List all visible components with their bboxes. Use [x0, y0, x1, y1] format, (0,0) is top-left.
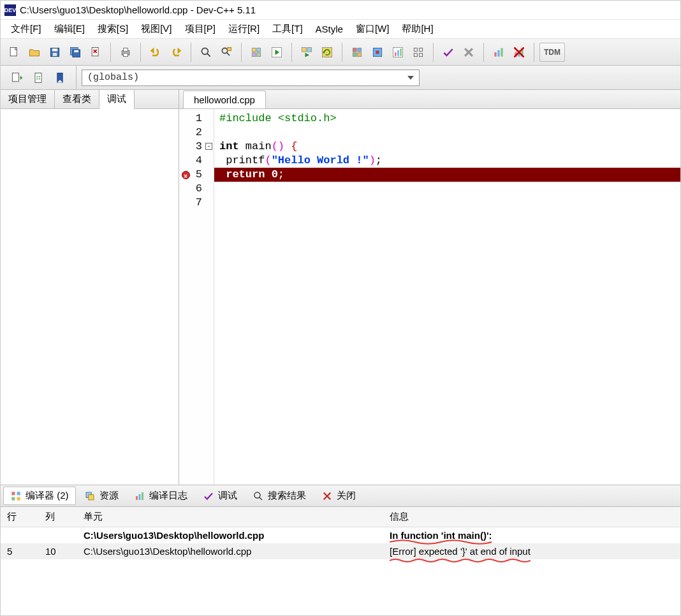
grid-icon	[10, 490, 22, 502]
menu-run[interactable]: 运行[R]	[222, 20, 266, 38]
menu-tools[interactable]: 工具[T]	[266, 20, 309, 38]
undo-button[interactable]	[146, 43, 165, 62]
menu-file[interactable]: 文件[F]	[4, 20, 48, 38]
run-button[interactable]	[267, 43, 286, 62]
col-msg[interactable]: 信息	[383, 507, 680, 527]
new-file-button[interactable]	[4, 43, 24, 62]
menu-edit[interactable]: 编辑[E]	[48, 20, 91, 38]
svg-rect-39	[397, 50, 399, 55]
code-editor[interactable]: 123-4567 #include <stdio.h>int main() { …	[179, 109, 680, 485]
bookmark-button[interactable]	[50, 68, 70, 87]
bottom-tab-close[interactable]: 关闭	[314, 487, 363, 505]
svg-rect-38	[395, 52, 397, 56]
rebuild-button[interactable]	[318, 43, 337, 62]
gutter-line[interactable]: 6	[179, 182, 214, 196]
svg-rect-71	[142, 492, 143, 500]
replace-button[interactable]	[217, 43, 236, 62]
col-line[interactable]: 行	[1, 507, 39, 527]
cell-msg: [Error] expected '}' at end of input	[383, 543, 680, 559]
col-col[interactable]: 列	[39, 507, 77, 527]
menu-astyle[interactable]: AStyle	[309, 21, 349, 37]
bottom-tab-log[interactable]: 编译日志	[127, 487, 194, 505]
menu-project[interactable]: 项目[P]	[179, 20, 222, 38]
toolbar-separator	[291, 43, 292, 62]
cell-line	[1, 527, 39, 544]
file-tab-active[interactable]: helloworld.cpp	[183, 91, 266, 108]
menu-search[interactable]: 搜索[S]	[91, 20, 135, 38]
scope-selector[interactable]: (globals)	[82, 70, 420, 86]
bottom-tab-resource[interactable]: 资源	[77, 487, 126, 505]
svg-rect-34	[358, 52, 362, 56]
tab-classes[interactable]: 查看类	[55, 90, 99, 108]
menu-help[interactable]: 帮助[H]	[395, 20, 439, 38]
breakpoint-icon[interactable]	[182, 171, 190, 179]
gutter-line[interactable]: 2	[179, 126, 214, 140]
table-row[interactable]: C:\Users\guo13\Desktop\helloworld.cppIn …	[1, 527, 680, 544]
compile-button[interactable]	[247, 43, 266, 62]
gutter-line[interactable]: 1	[179, 112, 214, 126]
code-line[interactable]	[219, 182, 680, 196]
code-line[interactable]	[219, 196, 680, 210]
redo-button[interactable]	[166, 43, 186, 62]
svg-rect-69	[136, 496, 138, 500]
copy-icon	[84, 490, 96, 502]
bottom-tab-debug[interactable]: 调试	[196, 487, 244, 505]
print-button[interactable]	[116, 43, 135, 62]
delete-chart-button[interactable]	[509, 43, 529, 62]
gutter-line[interactable]: 5	[179, 168, 214, 182]
cell-col	[39, 527, 77, 544]
stop-debug-button[interactable]	[368, 43, 387, 62]
svg-rect-11	[124, 48, 128, 51]
table-header-row: 行 列 单元 信息	[1, 507, 680, 527]
close-file-button[interactable]	[86, 43, 105, 62]
menu-view[interactable]: 视图[V]	[135, 20, 178, 38]
goto-button[interactable]	[7, 68, 26, 87]
gutter-line[interactable]: 4	[179, 154, 214, 168]
syntax-check-button[interactable]	[439, 43, 458, 62]
bottom-tab-label: 编译日志	[149, 490, 187, 502]
chart-button[interactable]	[489, 43, 508, 62]
debug-button[interactable]	[348, 43, 367, 62]
code-line[interactable]: printf("Hello World !");	[219, 154, 680, 168]
tab-debug[interactable]: 调试	[99, 90, 135, 109]
col-unit[interactable]: 单元	[77, 507, 383, 527]
gutter[interactable]: 123-4567	[179, 109, 214, 485]
cell-unit: C:\Users\guo13\Desktop\helloworld.cpp	[77, 527, 383, 544]
svg-rect-12	[124, 53, 128, 56]
gutter-line[interactable]: 7	[179, 196, 214, 210]
fold-toggle-icon[interactable]: -	[205, 143, 212, 150]
clear-button[interactable]	[459, 43, 478, 62]
profile-button[interactable]	[388, 43, 407, 62]
save-all-button[interactable]	[66, 43, 85, 62]
scope-selector-value: (globals)	[87, 72, 139, 83]
svg-rect-21	[257, 48, 261, 52]
svg-rect-26	[302, 47, 307, 52]
code-line[interactable]	[219, 126, 680, 140]
bottom-tab-compiler[interactable]: 编译器 (2)	[3, 487, 76, 505]
compiler-select-button[interactable]: TDM	[539, 43, 565, 62]
svg-rect-63	[11, 492, 15, 495]
compile-run-button[interactable]	[297, 43, 316, 62]
code-line[interactable]: #include <stdio.h>	[219, 112, 680, 126]
main-toolbar: TDM	[1, 39, 680, 66]
title-bar: DEV C:\Users\guo13\Desktop\helloworld.cp…	[1, 1, 680, 20]
compiler-output-table[interactable]: 行 列 单元 信息 C:\Users\guo13\Desktop\hellowo…	[1, 507, 680, 559]
code-line[interactable]: return 0;	[214, 168, 680, 182]
bottom-tab-search[interactable]: 搜索结果	[245, 487, 313, 505]
svg-marker-28	[305, 52, 310, 57]
cell-unit: C:\Users\guo13\Desktop\helloworld.cpp	[77, 543, 383, 559]
gutter-line[interactable]: 3-	[179, 140, 214, 154]
add-bookmark-button[interactable]	[29, 68, 48, 87]
code-line[interactable]: int main() {	[219, 140, 680, 154]
open-file-button[interactable]	[25, 43, 44, 62]
tab-project[interactable]: 项目管理	[1, 90, 55, 108]
table-row[interactable]: 510C:\Users\guo13\Desktop\helloworld.cpp…	[1, 543, 680, 559]
toolbar-separator	[241, 43, 242, 62]
menu-window[interactable]: 窗口[W]	[349, 20, 396, 38]
code-body[interactable]: #include <stdio.h>int main() { printf("H…	[214, 109, 680, 485]
bar-chart-icon	[134, 490, 145, 502]
find-button[interactable]	[196, 43, 216, 62]
project-options-button[interactable]	[409, 43, 428, 62]
side-tabs: 项目管理 查看类 调试	[1, 90, 179, 109]
save-button[interactable]	[45, 43, 64, 62]
